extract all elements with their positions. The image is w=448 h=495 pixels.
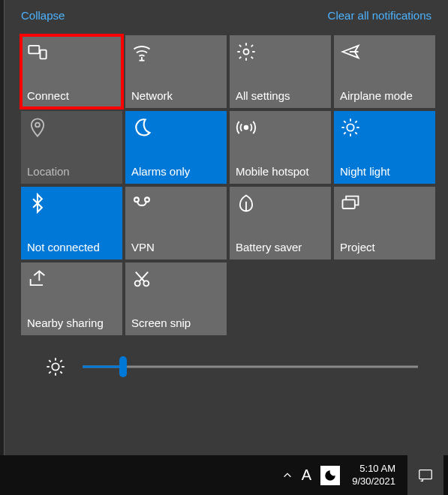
tile-bluetooth[interactable]: Not connected	[21, 187, 122, 260]
svg-point-7	[245, 126, 248, 130]
svg-line-29	[49, 360, 50, 362]
tile-connect[interactable]: Connect	[21, 35, 122, 108]
taskbar: A 5:10 AM 9/30/2021	[0, 455, 448, 495]
svg-point-6	[35, 123, 40, 128]
taskbar-clock[interactable]: 5:10 AM 9/30/2021	[349, 463, 398, 488]
svg-line-14	[355, 132, 356, 134]
tile-label: Nearby sharing	[27, 316, 116, 329]
action-center-panel: Collapse Clear all notifications Connect…	[4, 0, 448, 455]
gear-icon	[236, 41, 257, 62]
brightness-icon	[45, 356, 66, 377]
tile-label: Night light	[340, 165, 429, 178]
airplane-icon	[340, 41, 361, 62]
svg-point-8	[347, 124, 353, 130]
svg-line-32	[60, 360, 62, 362]
tile-label: Project	[340, 241, 429, 254]
svg-rect-1	[41, 50, 47, 59]
brightness-row	[5, 335, 448, 377]
tile-label: Battery saver	[236, 241, 325, 254]
svg-line-31	[49, 371, 50, 373]
svg-point-4	[244, 50, 249, 55]
moon-icon	[131, 117, 152, 138]
taskbar-date: 9/30/2021	[352, 476, 395, 488]
svg-rect-20	[343, 200, 355, 208]
project-icon	[340, 193, 361, 214]
tile-screen-snip[interactable]: Screen snip	[125, 262, 227, 335]
tile-label: Airplane mode	[340, 89, 429, 102]
tile-label: Not connected	[27, 241, 116, 254]
sun-icon	[340, 117, 361, 138]
collapse-link[interactable]: Collapse	[21, 9, 65, 22]
tile-battery-saver[interactable]: Battery saver	[230, 187, 331, 260]
tile-label: Mobile hotspot	[236, 165, 325, 178]
tile-mobile-hotspot[interactable]: Mobile hotspot	[230, 111, 331, 184]
svg-rect-33	[419, 470, 432, 478]
tile-label: Alarms only	[131, 165, 221, 178]
brightness-slider[interactable]	[83, 358, 418, 376]
svg-rect-0	[29, 46, 39, 54]
tile-all-settings[interactable]: All settings	[230, 35, 331, 108]
wifi-icon	[131, 41, 152, 62]
tile-alarms-only[interactable]: Alarms only	[125, 111, 227, 184]
svg-point-24	[52, 363, 59, 370]
svg-line-13	[344, 121, 345, 122]
tile-airplane-mode[interactable]: Airplane mode	[334, 35, 435, 108]
clear-all-link[interactable]: Clear all notifications	[328, 9, 431, 22]
tile-label: Location	[27, 165, 116, 178]
share-icon	[27, 268, 48, 290]
taskbar-time: 5:10 AM	[352, 463, 395, 475]
tile-nearby-sharing[interactable]: Nearby sharing	[21, 262, 122, 335]
hotspot-icon	[236, 117, 257, 138]
tile-label: Network	[131, 89, 221, 102]
location-icon	[27, 117, 48, 138]
svg-line-15	[344, 132, 345, 134]
action-center-button[interactable]	[407, 455, 443, 495]
tile-label: All settings	[236, 89, 325, 102]
quick-action-tiles: ConnectNetworkAll settingsAirplane modeL…	[5, 32, 448, 335]
system-tray: A 5:10 AM 9/30/2021	[282, 455, 443, 495]
action-center-header: Collapse Clear all notifications	[5, 4, 448, 32]
tile-location[interactable]: Location	[21, 111, 122, 184]
tile-network[interactable]: Network	[125, 35, 227, 108]
tile-label: Connect	[27, 89, 116, 102]
tile-night-light[interactable]: Night light	[334, 111, 435, 184]
tile-project[interactable]: Project	[334, 187, 435, 260]
ime-mode-icon[interactable]	[320, 466, 340, 485]
tile-vpn[interactable]: VPN	[125, 187, 227, 260]
ime-indicator[interactable]: A	[302, 466, 311, 484]
svg-line-30	[60, 371, 62, 373]
svg-line-16	[355, 121, 356, 122]
snip-icon	[131, 268, 152, 290]
leaf-icon	[236, 193, 257, 214]
vpn-icon	[131, 193, 152, 214]
tile-label: VPN	[131, 241, 221, 254]
tile-label: Screen snip	[131, 316, 221, 329]
connect-icon	[27, 41, 48, 62]
bluetooth-icon	[27, 193, 48, 214]
tray-overflow-chevron-icon[interactable]	[282, 470, 293, 481]
